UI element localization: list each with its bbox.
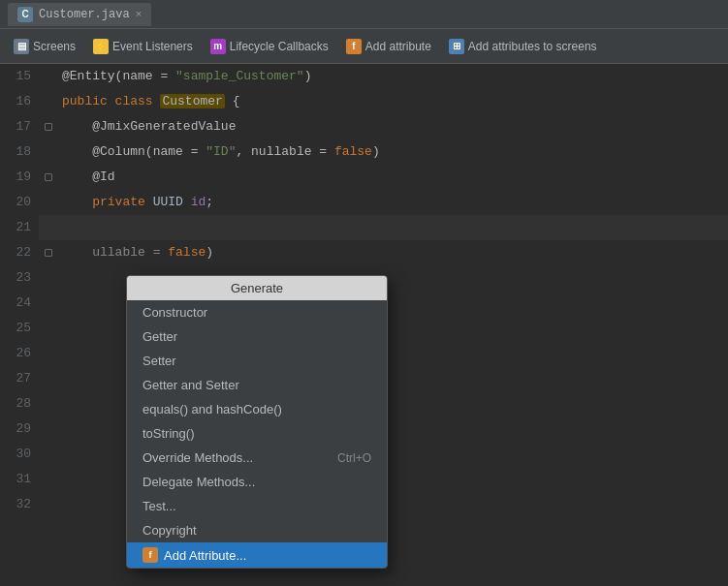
add-attr-icon: f	[346, 39, 362, 54]
editor-tab[interactable]: C Customer.java ×	[8, 3, 151, 26]
line-gutter	[39, 316, 58, 341]
editor: 15 @Entity(name = "sample_Customer") 16 …	[0, 64, 728, 586]
add-attrs-icon: ⊞	[449, 39, 464, 54]
lifecycle-label: Lifecycle Callbacks	[230, 40, 329, 53]
line-number: 28	[0, 391, 39, 416]
code-line-21: 21	[0, 215, 728, 240]
line-content: @JmixGeneratedValue	[58, 114, 728, 139]
line-number: 26	[0, 341, 39, 366]
line-gutter	[39, 190, 58, 215]
line-number: 23	[0, 265, 39, 291]
menu-item-label: Delegate Methods...	[142, 475, 255, 489]
code-line-19: 19 @Id	[0, 165, 728, 190]
menu-item-getter[interactable]: Getter	[127, 324, 387, 349]
line-gutter	[39, 366, 58, 391]
add-attrs-label: Add attributes to screens	[468, 40, 597, 53]
menu-item-getter-setter[interactable]: Getter and Setter	[127, 373, 387, 397]
line-gutter	[39, 442, 58, 467]
menu-item-label: Override Methods...	[142, 450, 253, 465]
line-content: @Column(name = "ID", nullable = false)	[58, 139, 728, 165]
line-gutter	[39, 492, 58, 517]
fold-indicator[interactable]	[45, 123, 52, 131]
line-gutter	[39, 391, 58, 416]
lifecycle-callbacks-button[interactable]: m Lifecycle Callbacks	[203, 35, 336, 58]
code-line-22: 22 ullable = false)	[0, 240, 728, 265]
fold-indicator[interactable]	[45, 173, 52, 181]
toolbar: ▤ Screens ⚡ Event Listeners m Lifecycle …	[0, 29, 728, 64]
tab-close-button[interactable]: ×	[136, 9, 142, 20]
code-line-15: 15 @Entity(name = "sample_Customer")	[0, 64, 728, 89]
menu-item-copyright[interactable]: Copyright	[127, 518, 387, 542]
add-attributes-to-screens-button[interactable]: ⊞ Add attributes to screens	[441, 35, 605, 58]
line-number: 22	[0, 240, 39, 265]
line-number: 30	[0, 442, 39, 467]
line-number: 16	[0, 89, 39, 114]
code-line-18: 18 @Column(name = "ID", nullable = false…	[0, 139, 728, 165]
line-gutter	[39, 89, 58, 114]
line-gutter	[39, 240, 58, 265]
tab-label: Customer.java	[39, 8, 130, 21]
event-label: Event Listeners	[112, 40, 193, 53]
lifecycle-icon: m	[210, 39, 226, 54]
menu-item-label: Add Attribute...	[164, 548, 246, 563]
menu-item-setter[interactable]: Setter	[127, 349, 387, 373]
line-content: private UUID id;	[58, 190, 728, 215]
fold-indicator[interactable]	[45, 249, 52, 257]
event-icon: ⚡	[93, 39, 109, 54]
menu-item-override-methods[interactable]: Override Methods... Ctrl+O	[127, 446, 387, 470]
menu-item-constructor[interactable]: Constructor	[127, 300, 387, 324]
line-number: 20	[0, 190, 39, 215]
menu-item-add-attribute[interactable]: f Add Attribute...	[127, 542, 387, 568]
screens-label: Screens	[33, 40, 76, 53]
menu-item-label: equals() and hashCode()	[142, 402, 282, 416]
context-menu: Generate Constructor Getter Setter Gette…	[126, 275, 388, 569]
title-bar: C Customer.java ×	[0, 0, 728, 29]
line-content: ullable = false)	[58, 240, 728, 265]
line-number: 21	[0, 215, 39, 240]
menu-item-test[interactable]: Test...	[127, 494, 387, 518]
screens-button[interactable]: ▤ Screens	[6, 35, 83, 58]
line-gutter	[39, 139, 58, 165]
menu-item-delegate-methods[interactable]: Delegate Methods...	[127, 470, 387, 494]
code-line-16: 16 public class Customer {	[0, 89, 728, 114]
line-content	[58, 215, 728, 240]
line-content: @Entity(name = "sample_Customer")	[58, 64, 728, 89]
code-line-20: 20 private UUID id;	[0, 190, 728, 215]
java-file-icon: C	[17, 7, 33, 22]
line-content: public class Customer {	[58, 89, 728, 114]
line-number: 25	[0, 316, 39, 341]
line-number: 15	[0, 64, 39, 89]
add-attribute-menu-icon: f	[142, 547, 158, 563]
menu-item-shortcut: Ctrl+O	[337, 451, 371, 465]
line-gutter	[39, 114, 58, 139]
line-number: 24	[0, 291, 39, 316]
menu-item-label: Setter	[142, 354, 176, 368]
code-area[interactable]: 15 @Entity(name = "sample_Customer") 16 …	[0, 64, 728, 586]
line-number: 17	[0, 114, 39, 139]
menu-header: Generate	[127, 276, 387, 300]
line-gutter	[39, 215, 58, 240]
line-number: 31	[0, 467, 39, 492]
menu-item-equals-hashcode[interactable]: equals() and hashCode()	[127, 397, 387, 421]
line-gutter	[39, 291, 58, 316]
line-gutter	[39, 64, 58, 89]
code-line-17: 17 @JmixGeneratedValue	[0, 114, 728, 139]
line-gutter	[39, 341, 58, 366]
menu-item-label: Copyright	[142, 523, 197, 538]
line-number: 29	[0, 416, 39, 442]
add-attr-label: Add attribute	[365, 40, 431, 53]
event-listeners-button[interactable]: ⚡ Event Listeners	[85, 35, 201, 58]
screens-icon: ▤	[14, 39, 29, 54]
menu-item-label: Getter	[142, 329, 177, 344]
add-attribute-button[interactable]: f Add attribute	[338, 35, 439, 58]
line-gutter	[39, 265, 58, 291]
line-number: 32	[0, 492, 39, 517]
line-number: 18	[0, 139, 39, 165]
line-gutter	[39, 165, 58, 190]
line-number: 27	[0, 366, 39, 391]
menu-item-label: Constructor	[142, 305, 207, 320]
menu-item-tostring[interactable]: toString()	[127, 421, 387, 446]
line-content: @Id	[58, 165, 728, 190]
menu-item-label: Getter and Setter	[142, 378, 239, 392]
line-number: 19	[0, 165, 39, 190]
